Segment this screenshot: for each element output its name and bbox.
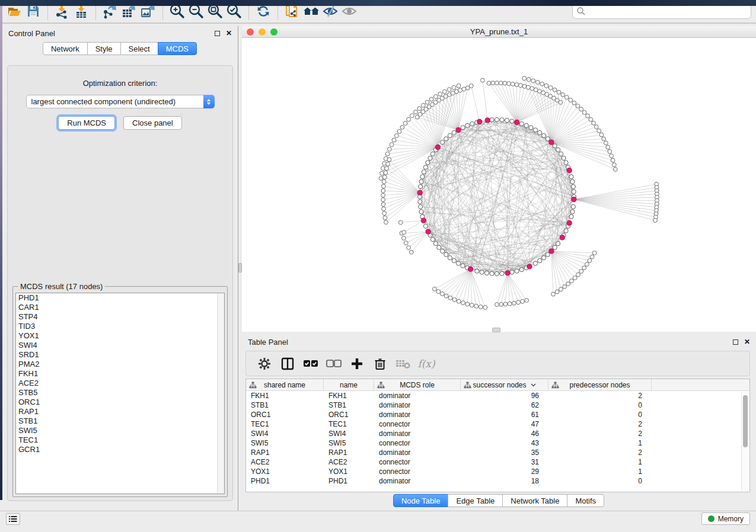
node-table: shared name name MCDS role succe [245, 379, 750, 492]
table-cell: SWI5 [246, 438, 324, 448]
network-view-window: YPA_prune.txt_1 [242, 26, 756, 332]
column-header-predecessor-nodes[interactable]: predecessor nodes [548, 379, 652, 390]
table-options-button[interactable] [256, 355, 273, 373]
table-cell: SWI4 [246, 429, 324, 438]
select-all-check-button[interactable] [302, 355, 320, 373]
mcds-result-list[interactable]: PHD1CAR1STP4TID3YOX1SWI4SRD1PMA2FKH1ACE2… [15, 293, 225, 494]
search-icon [576, 7, 586, 16]
columns-icon [281, 357, 294, 370]
mcds-result-item[interactable]: TEC1 [16, 435, 224, 445]
mcds-result-item[interactable]: STP4 [16, 312, 224, 322]
checked-boxes-icon [303, 358, 318, 369]
tab-style[interactable]: Style [87, 42, 121, 55]
network-canvas-area[interactable] [242, 38, 756, 332]
plus-icon [350, 357, 363, 370]
mcds-result-item[interactable]: YOX1 [16, 331, 224, 341]
column-header-shared-name[interactable]: shared name [246, 379, 324, 390]
delete-columns-button[interactable] [371, 355, 389, 373]
mcds-list-scrollbar[interactable] [217, 293, 224, 493]
table-panel-title: Table Panel [248, 338, 288, 347]
deselect-all-check-button[interactable] [325, 355, 343, 373]
table-row[interactable]: SWI5SWI5connector431 [246, 438, 749, 448]
mcds-tab-content: Optimization criterion: largest connecte… [7, 65, 233, 501]
mcds-result-item[interactable]: SWI4 [16, 341, 224, 350]
table-row[interactable]: FKH1FKH1dominator962 [246, 391, 749, 400]
float-panel-icon[interactable] [215, 31, 220, 36]
tab-edge-table[interactable]: Edge Table [448, 494, 503, 507]
criterion-dropdown[interactable]: largest connected component (undirected) [26, 95, 215, 108]
trash-icon [374, 357, 387, 370]
task-history-button[interactable] [6, 513, 20, 525]
mcds-result-item[interactable]: TID3 [16, 322, 224, 331]
column-header-mcds-role[interactable]: MCDS role [374, 379, 461, 390]
close-panel-icon[interactable]: ✕ [744, 338, 750, 346]
table-cell: 43 [461, 438, 548, 448]
table-row[interactable]: RAP1RAP1dominator352 [246, 448, 749, 457]
function-builder-button[interactable]: f(x) [417, 355, 435, 373]
table-cell: 2 [548, 429, 652, 438]
table-scrollbar[interactable] [741, 392, 749, 491]
table-cell: connector [374, 457, 461, 467]
table-panel-header: Table Panel ✕ [242, 335, 756, 349]
mcds-result-item[interactable]: SWI5 [16, 426, 224, 435]
tab-network[interactable]: Network [43, 42, 88, 55]
tab-mcds[interactable]: MCDS [158, 42, 197, 55]
mcds-result-item[interactable]: ORC1 [16, 398, 224, 407]
table-cell: 2 [548, 419, 652, 429]
table-row[interactable]: ACE2ACE2connector311 [246, 457, 749, 467]
table-cell: dominator [374, 429, 461, 438]
mcds-result-item[interactable]: STB1 [16, 416, 224, 426]
namespace-icon [551, 382, 559, 389]
mcds-result-item[interactable]: PHD1 [16, 293, 224, 303]
network-canvas[interactable] [242, 38, 756, 332]
table-cell: 2 [548, 448, 652, 457]
table-cell: PHD1 [324, 476, 374, 486]
table-cell: ORC1 [324, 410, 374, 419]
table-panel: Table Panel ✕ [242, 335, 756, 511]
control-panel: Control Panel ✕ Network Style Select MCD… [2, 26, 238, 511]
table-row[interactable]: ORC1ORC1dominator610 [246, 410, 749, 419]
mcds-result-item[interactable]: FKH1 [16, 369, 224, 379]
mcds-result-item[interactable]: SRD1 [16, 350, 224, 360]
run-mcds-button[interactable]: Run MCDS [58, 116, 115, 130]
delete-table-button[interactable] [394, 355, 412, 373]
table-row[interactable]: TEC1TEC1connector472 [246, 419, 749, 429]
mcds-result-item[interactable]: STB5 [16, 388, 224, 398]
table-row[interactable]: YOX1YOX1connector291 [246, 467, 749, 476]
table-cell: dominator [374, 448, 461, 457]
close-panel-icon[interactable]: ✕ [226, 29, 232, 37]
horizontal-splitter-grip[interactable] [492, 328, 500, 332]
table-cell: 96 [461, 391, 548, 400]
search-input[interactable] [586, 7, 747, 15]
tab-motifs[interactable]: Motifs [567, 494, 604, 507]
create-column-button[interactable] [348, 355, 366, 373]
table-cell: 0 [548, 400, 652, 410]
mcds-result-item[interactable]: GCR1 [16, 445, 224, 454]
table-cell: 18 [461, 476, 548, 486]
network-window-titlebar[interactable]: YPA_prune.txt_1 [242, 26, 756, 38]
column-header-successor-nodes[interactable]: successor nodes [461, 379, 548, 390]
table-cell: 29 [461, 467, 548, 476]
table-cell: 0 [548, 476, 652, 486]
float-panel-icon[interactable] [733, 339, 738, 345]
control-panel-header: Control Panel ✕ [2, 26, 238, 40]
memory-status-icon [708, 515, 714, 522]
mcds-result-item[interactable]: ACE2 [16, 379, 224, 388]
column-header-name[interactable]: name [324, 379, 374, 390]
mcds-result-item[interactable]: CAR1 [16, 303, 224, 312]
table-row[interactable]: PHD1PHD1dominator180 [246, 476, 749, 486]
table-cell: 2 [548, 391, 652, 400]
mcds-result-item[interactable]: RAP1 [16, 407, 224, 416]
memory-button[interactable]: Memory [701, 512, 750, 525]
table-cell: 0 [548, 410, 652, 419]
close-panel-button[interactable]: Close panel [123, 116, 182, 130]
tab-node-table[interactable]: Node Table [393, 494, 449, 507]
show-columns-button[interactable] [279, 355, 296, 373]
table-row[interactable]: SWI4SWI4dominator462 [246, 429, 749, 438]
table-row[interactable]: STB1STB1dominator620 [246, 400, 749, 410]
mcds-result-item[interactable]: PMA2 [16, 360, 224, 369]
table-scrollbar-thumb[interactable] [743, 395, 748, 447]
tab-select[interactable]: Select [120, 42, 158, 55]
node-table-body: FKH1FKH1dominator962STB1STB1dominator620… [246, 391, 749, 486]
tab-network-table[interactable]: Network Table [502, 494, 567, 507]
